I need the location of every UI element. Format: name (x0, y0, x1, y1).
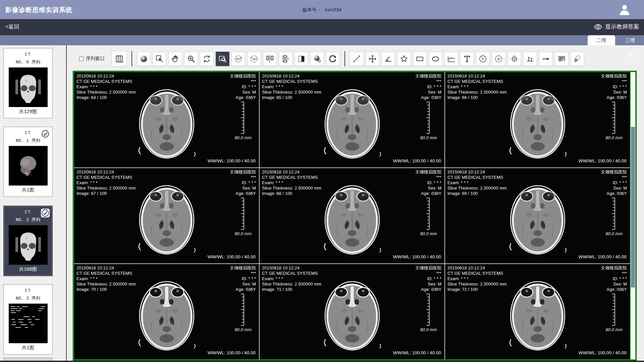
viewport-scrollbar[interactable] (630, 72, 635, 359)
series-image-count: 共100图 (4, 266, 52, 272)
meta-age: Age: 036Y (230, 191, 256, 196)
perpendicular-measure-button[interactable] (523, 52, 537, 66)
series-thumbnail: W (9, 304, 48, 343)
ct-image-cell[interactable]: 20150618 10:12:24 CT GE MEDICAL SYSTEMS … (260, 72, 444, 167)
window-width-level: WW/WL: 100.00 / 40.00 (579, 158, 627, 163)
meta-age: Age: 036Y (415, 287, 441, 292)
measure-angle-button[interactable] (381, 52, 395, 66)
meta-device: CT GE MEDICAL SYSTEMS (447, 79, 507, 84)
series-card[interactable]: CT NO. 0 序列 W (3, 48, 53, 118)
ct-image-cell[interactable]: 20150618 10:12:24 CT GE MEDICAL SYSTEMS … (260, 168, 444, 263)
toolbar-separator (344, 51, 345, 66)
dicom-meta-left: 20150618 10:12:24 CT GE MEDICAL SYSTEMS … (262, 73, 321, 100)
collapse-chevron-icon[interactable] (627, 51, 637, 60)
meta-age: Age: 036Y (230, 95, 256, 100)
show-teacher-answer-button[interactable]: 显示教师答案 (594, 23, 639, 31)
meta-patient-id: ID: * * * (415, 180, 441, 186)
series-name: NO. 1 序列 (4, 138, 52, 144)
measure-rect-button[interactable] (413, 52, 427, 66)
ct-axial-slice-image (317, 81, 387, 164)
meta-image-number: Image: 68 / 100 (262, 191, 321, 196)
skull-front-thumb-icon: W (9, 225, 48, 265)
layout-grid-button[interactable] (111, 51, 127, 66)
measure-star-button[interactable] (397, 52, 411, 66)
flip-vertical-button[interactable] (279, 52, 292, 66)
profile-curve-button[interactable] (444, 52, 458, 66)
region-zoom-button[interactable] (216, 52, 229, 66)
contrast-ball-button[interactable] (310, 52, 324, 66)
meta-stars: *** (601, 175, 627, 180)
meta-datetime: 20150618 10:12:24 (262, 169, 321, 175)
series-card[interactable]: CT NO. 2 序列 W (3, 206, 53, 276)
user-avatar-icon[interactable] (619, 4, 631, 16)
perpendicular-measure-icon (526, 54, 535, 63)
scale-ruler (239, 102, 245, 134)
window-level-ball-button[interactable] (137, 52, 151, 66)
meta-stars: *** (415, 175, 441, 180)
invert-button[interactable] (294, 52, 308, 66)
scale-label: 80.0 mm (420, 135, 437, 140)
rotate-right-90-button[interactable]: 90° (247, 52, 261, 66)
tab-3d[interactable]: 三维 (616, 35, 644, 45)
select-button[interactable] (153, 52, 166, 66)
ct-image-cell[interactable]: 20150618 10:12:24 CT GE MEDICAL SYSTEMS … (445, 264, 630, 359)
zoom-in-button[interactable] (184, 52, 198, 66)
arrow-annotation-button[interactable] (539, 52, 553, 66)
scale-label: 80.0 mm (605, 327, 623, 332)
meta-datetime: 20150618 10:12:24 (262, 265, 321, 271)
tab-2d[interactable]: 二维 (588, 35, 615, 45)
meta-slice-thickness: Slice Thickness: 2.500000 mm (76, 186, 136, 191)
dicom-meta-left: 20150618 10:12:24 CT GE MEDICAL SYSTEMS … (447, 73, 507, 100)
ct-image-cell[interactable]: 20150618 10:12:24 CT GE MEDICAL SYSTEMS … (74, 264, 259, 359)
eraser-button[interactable] (571, 52, 584, 66)
scale-label: 80.0 mm (234, 231, 252, 236)
meta-exam: Exam: * * * (447, 84, 507, 90)
bottom-strip (0, 361, 644, 362)
ct-image-cell[interactable]: 20150618 10:12:24 CT GE MEDICAL SYSTEMS … (74, 168, 259, 263)
svg-text:W: W (25, 237, 28, 240)
ct-image-cell[interactable]: 20150618 10:12:24 CT GE MEDICAL SYSTEMS … (74, 72, 259, 167)
comment-button[interactable] (555, 52, 569, 66)
pan-button[interactable] (168, 52, 182, 66)
invert-icon (297, 54, 306, 63)
meta-sex: Sex: M (415, 281, 441, 287)
meta-datetime: 20150618 10:12:24 (76, 265, 136, 271)
window-width-level: WW/WL: 100.00 / 40.00 (393, 158, 441, 163)
secondary-marker-button[interactable]: 次 (492, 52, 505, 66)
meta-patient-id: ID: * * * (601, 84, 627, 90)
rotate-left-90-button[interactable]: 90° (231, 52, 245, 66)
meta-slice-thickness: Slice Thickness: 2.500000 mm (447, 186, 507, 191)
series-card[interactable]: CT NO. 3 序列 W (3, 284, 53, 355)
meta-image-number: Image: 70 / 100 (76, 287, 136, 292)
series-window-checkbox[interactable] (79, 57, 84, 61)
measure-line-button[interactable] (350, 52, 364, 66)
meta-image-number: Image: 71 / 100 (262, 287, 321, 292)
series-sidebar: CT NO. 0 序列 W (0, 45, 66, 362)
ct-image-cell[interactable]: 20150618 10:12:24 CT GE MEDICAL SYSTEMS … (445, 168, 630, 263)
series-window-checkbox-group[interactable]: 序列窗口 (79, 56, 105, 62)
reset-button[interactable] (326, 52, 340, 66)
dicom-meta-right: 天堰模拟医院 *** ID: * * * Sex: M Age: 036Y (601, 265, 627, 292)
region-zoom-icon (218, 54, 227, 63)
primary-marker-button[interactable]: 主 (476, 52, 490, 66)
grid: 20150618 10:12:24 CT GE MEDICAL SYSTEMS … (74, 72, 630, 359)
ct-image-cell[interactable]: 20150618 10:12:24 CT GE MEDICAL SYSTEMS … (260, 264, 444, 359)
svg-text:次: 次 (497, 57, 500, 61)
ct-image-cell[interactable]: 20150618 10:12:24 CT GE MEDICAL SYSTEMS … (445, 72, 630, 167)
measure-angle-icon (384, 54, 393, 63)
scale-ruler (610, 294, 616, 326)
measure-cross-button[interactable] (366, 52, 379, 66)
text-annotation-button[interactable] (460, 52, 474, 66)
flip-horizontal-button[interactable] (263, 52, 277, 66)
center-marker-button[interactable] (507, 52, 521, 66)
rotate-cycle-button[interactable] (200, 52, 214, 66)
meta-slice-thickness: Slice Thickness: 2.500000 mm (262, 281, 321, 287)
back-button[interactable]: <返回 (5, 23, 19, 31)
measure-ellipse-button[interactable] (429, 52, 442, 66)
scrollbar-thumb[interactable] (631, 127, 635, 288)
meta-age: Age: 036Y (601, 191, 627, 196)
version-label: 版本号： (303, 7, 321, 12)
svg-text:90°: 90° (253, 57, 257, 60)
skull-side-thumb-icon (9, 146, 48, 186)
series-card[interactable]: CT NO. 1 序列 W (3, 126, 53, 197)
